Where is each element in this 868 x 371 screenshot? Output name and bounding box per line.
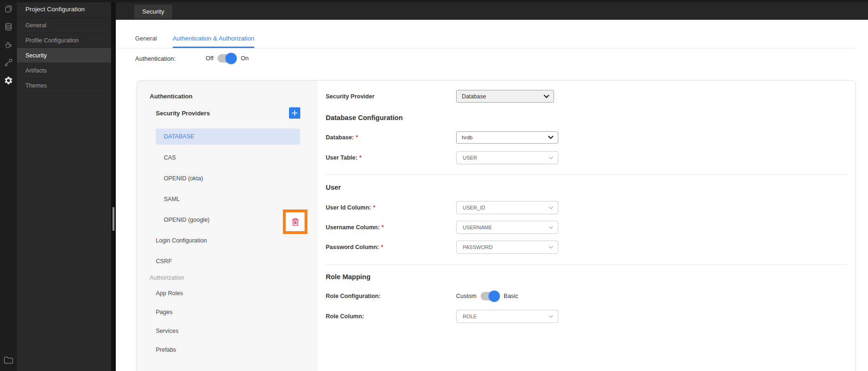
role-column-value: ROLE [463,314,477,319]
role-configuration-switch[interactable] [481,291,499,301]
authentication-label: Authentication: [135,55,206,62]
authentication-switch[interactable] [217,54,236,63]
database-icon[interactable] [0,18,17,36]
required-asterisk: * [381,244,383,250]
provider-item-cas[interactable]: CAS [137,147,317,168]
database-select[interactable]: hrdb [456,131,558,144]
java-service-icon[interactable] [0,36,17,54]
role-column-label: Role Column: [326,313,456,320]
authentication-toggle-row: Authentication: Off On [135,53,249,64]
role-column-row: Role Column: ROLE [326,310,847,323]
sidebar-item-artifacts[interactable]: Artifacts [17,63,111,78]
plus-icon [291,110,298,116]
security-tabs: General Authentication & Authorization [116,29,856,48]
user-table-select[interactable]: USER [456,151,558,164]
main-area: Security General Authentication & Author… [116,0,868,371]
chevron-down-icon [548,226,554,229]
icon-rail [0,0,17,371]
user-id-column-value: USER_ID [463,205,485,210]
section-divider [326,264,847,265]
password-column-select[interactable]: PASSWORD [456,241,558,254]
security-nav-panel: Authentication Security Providers DATABA… [137,81,317,371]
database-configuration-heading: Database Configuration [326,114,847,121]
security-content: General Authentication & Authorization A… [116,20,868,371]
username-column-label: Username Column:* [326,224,456,231]
chevron-down-icon [544,95,549,98]
sidebar-item-themes[interactable]: Themes [17,78,111,93]
password-column-value: PASSWORD [463,244,492,250]
tab-general[interactable]: General [135,29,157,48]
required-asterisk: * [373,204,376,211]
required-asterisk: * [382,224,384,231]
project-configuration-sidebar: Project Configuration General Profile Co… [17,0,111,371]
security-provider-value: Database [462,93,486,100]
nav-item-prefabs[interactable]: Prefabs [137,340,317,359]
password-column-row: Password Column:* PASSWORD [326,241,847,254]
api-icon[interactable] [0,54,17,72]
security-provider-row: Security Provider Database [326,90,847,103]
provider-item-database[interactable]: DATABASE [156,129,300,145]
nav-item-pages[interactable]: Pages [137,303,317,322]
provider-item-openid-okta[interactable]: OPENID (okta) [137,168,317,189]
chevron-down-icon [548,315,554,318]
nav-item-csrf[interactable]: CSRF [137,251,317,272]
section-divider [326,174,847,175]
window-top-edge [0,0,868,2]
sidebar-title: Project Configuration [17,0,111,18]
chevron-down-icon [548,136,554,139]
role-column-select[interactable]: ROLE [456,310,558,323]
pages-icon[interactable] [0,0,17,18]
nav-item-services[interactable]: Services [137,322,317,340]
username-column-select[interactable]: USERNAME [456,221,558,234]
role-configuration-row: Role Configuration: Custom Basic [326,290,847,302]
authorization-section-label: Authorization [137,272,317,284]
user-id-column-row: User Id Column:* USER_ID [326,201,847,214]
nav-item-app-roles[interactable]: App Roles [137,284,317,303]
header-tab-security[interactable]: Security [134,5,172,19]
folder-icon[interactable] [0,352,17,368]
provider-config-form: Security Provider Database Database Conf… [317,81,855,371]
authentication-section-label: Authentication [150,93,317,100]
user-heading: User [326,184,847,191]
user-id-column-label: User Id Column:* [326,204,456,211]
security-providers-label: Security Providers [156,110,210,117]
trash-icon [291,217,300,227]
user-table-label: User Table:* [326,154,456,161]
chevron-down-icon [548,246,554,249]
scrollbar-thumb[interactable] [113,207,114,231]
security-settings-card: Authentication Security Providers DATABA… [136,80,856,371]
security-provider-select[interactable]: Database [456,90,554,103]
switch-thumb [225,53,237,64]
user-id-column-select[interactable]: USER_ID [456,201,558,214]
switch-thumb [489,290,500,302]
vertical-scrollbar[interactable] [111,0,116,371]
settings-icon[interactable] [0,72,17,89]
role-configuration-label: Role Configuration: [326,293,456,299]
security-providers-row: Security Providers [156,107,300,119]
security-provider-label: Security Provider [326,93,456,100]
chevron-down-icon [548,206,554,210]
database-label: Database:* [326,134,456,141]
chevron-down-icon [548,156,554,160]
sidebar-item-profile-configuration[interactable]: Profile Configuration [17,33,111,48]
sidebar-item-security[interactable]: Security [17,48,111,63]
required-asterisk: * [359,154,362,161]
username-column-value: USERNAME [463,225,492,230]
top-header-bar: Security [116,0,868,20]
role-mapping-heading: Role Mapping [326,273,847,281]
database-row: Database:* hrdb [326,131,847,144]
user-table-value: USER [463,155,477,161]
sidebar-item-general[interactable]: General [17,18,111,33]
database-value: hrdb [462,135,473,140]
toggle-on-label: On [241,55,249,62]
delete-provider-button-highlight[interactable] [283,210,307,234]
provider-item-saml[interactable]: SAML [137,189,317,210]
add-provider-button[interactable] [289,107,300,119]
tab-authentication-authorization[interactable]: Authentication & Authorization [173,29,254,48]
toggle-off-label: Off [206,55,213,62]
role-config-basic-label: Basic [504,293,518,299]
required-asterisk: * [356,134,358,141]
password-column-label: Password Column:* [326,244,456,250]
user-table-row: User Table:* USER [326,151,847,164]
role-config-custom-label: Custom [456,293,476,299]
